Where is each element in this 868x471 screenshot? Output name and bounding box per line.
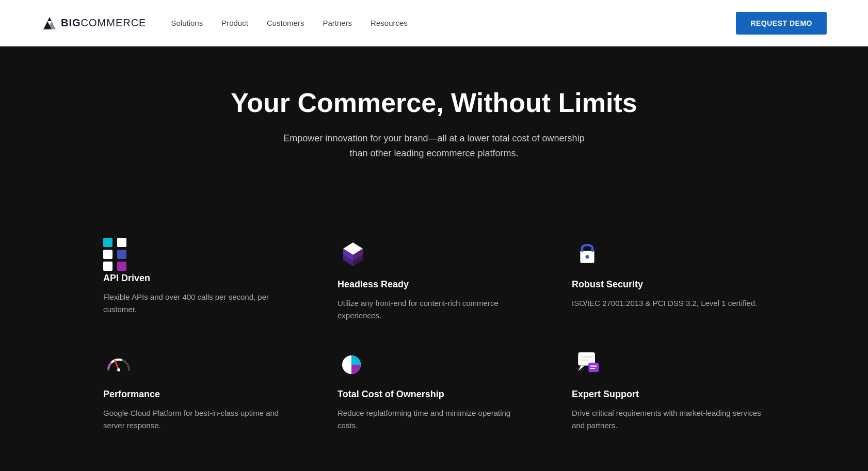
feature-api-driven: API Driven Flexible APIs and over 400 ca… xyxy=(103,238,296,322)
feature-api-driven-desc: Flexible APIs and over 400 calls per sec… xyxy=(103,291,296,316)
api-driven-icon xyxy=(103,238,128,263)
nav-item-partners[interactable]: Partners xyxy=(323,19,352,28)
svg-rect-14 xyxy=(581,356,592,358)
features-grid: API Driven Flexible APIs and over 400 ca… xyxy=(0,228,868,463)
nav-item-solutions[interactable]: Solutions xyxy=(171,19,203,28)
logo[interactable]: BIGCOMMERCE xyxy=(41,15,146,31)
feature-performance-desc: Google Cloud Platform for best-in-class … xyxy=(103,407,296,432)
nav-item-customers[interactable]: Customers xyxy=(267,19,304,28)
svg-rect-17 xyxy=(590,366,597,367)
robust-security-icon xyxy=(572,238,603,269)
svg-point-10 xyxy=(117,368,120,371)
nav-links: Solutions Product Customers Partners Res… xyxy=(171,19,407,28)
svg-rect-15 xyxy=(581,360,589,361)
hero-section: Your Commerce, Without Limits Empower in… xyxy=(0,46,868,228)
nav-item-resources[interactable]: Resources xyxy=(371,19,408,28)
performance-icon xyxy=(103,348,134,379)
logo-icon xyxy=(41,15,58,31)
hero-title: Your Commerce, Without Limits xyxy=(41,88,827,119)
feature-tco-desc: Reduce replatforming time and minimize o… xyxy=(337,407,531,432)
svg-rect-18 xyxy=(590,368,595,369)
feature-performance: Performance Google Cloud Platform for be… xyxy=(103,348,296,432)
feature-headless-desc: Utilize any front-end for content-rich c… xyxy=(337,297,531,322)
feature-support-title: Expert Support xyxy=(572,389,765,400)
svg-rect-16 xyxy=(588,363,599,372)
feature-performance-title: Performance xyxy=(103,389,296,400)
feature-expert-support: Expert Support Drive critical requiremen… xyxy=(572,348,765,432)
navbar: BIGCOMMERCE Solutions Product Customers … xyxy=(0,0,868,46)
feature-api-driven-title: API Driven xyxy=(103,273,296,284)
feature-headless-title: Headless Ready xyxy=(337,279,531,290)
feature-security-title: Robust Security xyxy=(572,279,765,290)
svg-point-8 xyxy=(585,255,589,259)
logo-text: BIGCOMMERCE xyxy=(61,17,146,29)
hero-subtitle: Empower innovation for your brand—all at… xyxy=(279,131,589,161)
headless-ready-icon xyxy=(337,238,368,269)
request-demo-button[interactable]: REQUEST DEMO xyxy=(736,12,827,35)
tco-icon xyxy=(337,348,368,379)
feature-robust-security: Robust Security ISO/IEC 27001:2013 & PCI… xyxy=(572,238,765,322)
nav-item-product[interactable]: Product xyxy=(221,19,248,28)
feature-headless-ready: Headless Ready Utilize any front-end for… xyxy=(337,238,531,322)
cta-section: VIEW ALL FEATURES xyxy=(0,463,868,471)
svg-marker-13 xyxy=(578,366,585,371)
feature-tco-title: Total Cost of Ownership xyxy=(337,389,531,400)
feature-tco: Total Cost of Ownership Reduce replatfor… xyxy=(337,348,531,432)
feature-security-desc: ISO/IEC 27001:2013 & PCI DSS 3.2, Level … xyxy=(572,297,765,310)
navbar-left: BIGCOMMERCE Solutions Product Customers … xyxy=(41,15,408,31)
feature-support-desc: Drive critical requirements with market-… xyxy=(572,407,765,432)
expert-support-icon xyxy=(572,348,603,379)
